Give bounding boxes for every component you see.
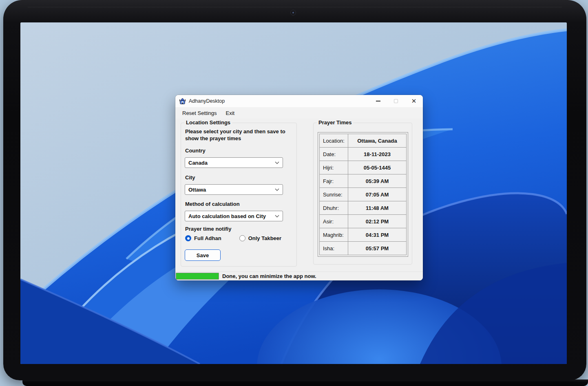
radio-only-takbeer-label: Only Takbeer xyxy=(248,235,281,241)
maximize-button[interactable] xyxy=(387,95,405,107)
prayer-time-row[interactable]: Asir:02:12 PM xyxy=(320,215,407,228)
window-title: AdhanyDesktop xyxy=(189,98,225,104)
city-label: City xyxy=(185,174,195,181)
city-dropdown[interactable]: Ottawa xyxy=(185,184,283,195)
location-settings-title: Location Settings xyxy=(184,119,232,126)
device-stand-base xyxy=(22,379,588,386)
prayer-time-row[interactable]: Fajr:05:39 AM xyxy=(320,174,407,188)
prayer-time-label: Date: xyxy=(320,148,348,161)
radio-full-adhan-label: Full Adhan xyxy=(194,235,221,241)
notify-radio-group: Full Adhan Only Takbeer xyxy=(185,235,281,241)
method-selected-value: Auto calculation based on City xyxy=(188,213,275,219)
prayer-times-rows: Location:Ottawa, CanadaDate:18-11-2023Hi… xyxy=(320,134,407,255)
radio-full-adhan[interactable]: Full Adhan xyxy=(185,235,221,241)
menu-bar: Reset Settings Exit xyxy=(175,107,423,119)
country-selected-value: Canada xyxy=(188,160,275,166)
prayer-time-value: 05-05-1445 xyxy=(348,161,407,174)
prayer-time-label: Location: xyxy=(320,134,348,148)
prayer-time-row[interactable]: Sunrise:07:05 AM xyxy=(320,188,407,201)
prayer-time-label: Dhuhr: xyxy=(320,201,348,215)
radio-unselected-icon xyxy=(239,235,245,241)
desktop-screen: AdhanyDesktop ✕ Reset Settings Exit Loca… xyxy=(20,22,567,364)
prayer-time-value: 05:39 AM xyxy=(348,174,407,188)
menu-item-reset-settings[interactable]: Reset Settings xyxy=(179,109,221,117)
prayer-time-label: Fajr: xyxy=(320,174,348,188)
prayer-time-row[interactable]: Hijri:05-05-1445 xyxy=(320,161,407,174)
country-dropdown[interactable]: Canada xyxy=(185,157,283,168)
menu-item-exit[interactable]: Exit xyxy=(222,109,239,117)
instruction-text: Please select your city and then save to… xyxy=(185,128,294,142)
progress-bar xyxy=(176,273,219,280)
prayer-time-label: Hijri: xyxy=(320,161,348,174)
prayer-times-table: Location:Ottawa, CanadaDate:18-11-2023Hi… xyxy=(318,132,408,257)
close-button[interactable]: ✕ xyxy=(405,95,423,107)
prayer-times-title: Prayer Times xyxy=(317,119,353,126)
chevron-down-icon xyxy=(275,188,279,191)
adhany-desktop-window: AdhanyDesktop ✕ Reset Settings Exit Loca… xyxy=(175,95,423,280)
prayer-time-value: 18-11-2023 xyxy=(348,148,407,161)
prayer-time-row[interactable]: Location:Ottawa, Canada xyxy=(320,134,407,148)
prayer-time-value: 04:31 PM xyxy=(348,228,407,242)
radio-selected-icon xyxy=(185,235,191,241)
notify-label: Prayer time notifiy xyxy=(185,226,231,232)
chevron-down-icon xyxy=(275,215,279,218)
radio-only-takbeer[interactable]: Only Takbeer xyxy=(239,235,281,241)
prayer-time-value: 11:48 AM xyxy=(348,201,407,215)
window-controls: ✕ xyxy=(369,95,423,107)
webcam-icon xyxy=(290,10,296,15)
mosque-icon xyxy=(179,98,186,105)
method-label: Method of calculation xyxy=(185,201,240,207)
status-bar: Done, you can minimize the app now. xyxy=(175,271,423,280)
location-settings-group: Location Settings Please select your cit… xyxy=(181,123,297,267)
prayer-time-label: Sunrise: xyxy=(320,188,348,201)
prayer-times-group: Prayer Times Location:Ottawa, CanadaDate… xyxy=(313,123,412,265)
save-button[interactable]: Save xyxy=(185,249,221,261)
prayer-time-row[interactable]: Dhuhr:11:48 AM xyxy=(320,201,407,215)
window-titlebar[interactable]: AdhanyDesktop ✕ xyxy=(175,95,423,107)
prayer-time-value: Ottawa, Canada xyxy=(348,134,407,148)
webcam-lens xyxy=(292,12,294,13)
prayer-time-row[interactable]: Isha:05:57 PM xyxy=(320,242,407,255)
window-body: Location Settings Please select your cit… xyxy=(175,119,423,271)
prayer-time-row[interactable]: Date:18-11-2023 xyxy=(320,148,407,161)
prayer-time-label: Asir: xyxy=(320,215,348,228)
prayer-time-label: Maghrib: xyxy=(320,228,348,242)
close-icon: ✕ xyxy=(411,97,417,105)
prayer-time-value: 05:57 PM xyxy=(348,242,407,255)
method-dropdown[interactable]: Auto calculation based on City xyxy=(185,211,283,221)
minimize-button[interactable] xyxy=(369,95,387,107)
status-message: Done, you can minimize the app now. xyxy=(222,273,316,279)
prayer-time-value: 02:12 PM xyxy=(348,215,407,228)
country-label: Country xyxy=(185,148,206,154)
maximize-icon xyxy=(394,99,398,103)
prayer-time-value: 07:05 AM xyxy=(348,188,407,201)
city-selected-value: Ottawa xyxy=(188,187,275,193)
chevron-down-icon xyxy=(275,161,279,164)
minimize-icon xyxy=(376,101,380,101)
prayer-time-label: Isha: xyxy=(320,242,348,255)
prayer-time-row[interactable]: Maghrib:04:31 PM xyxy=(320,228,407,242)
